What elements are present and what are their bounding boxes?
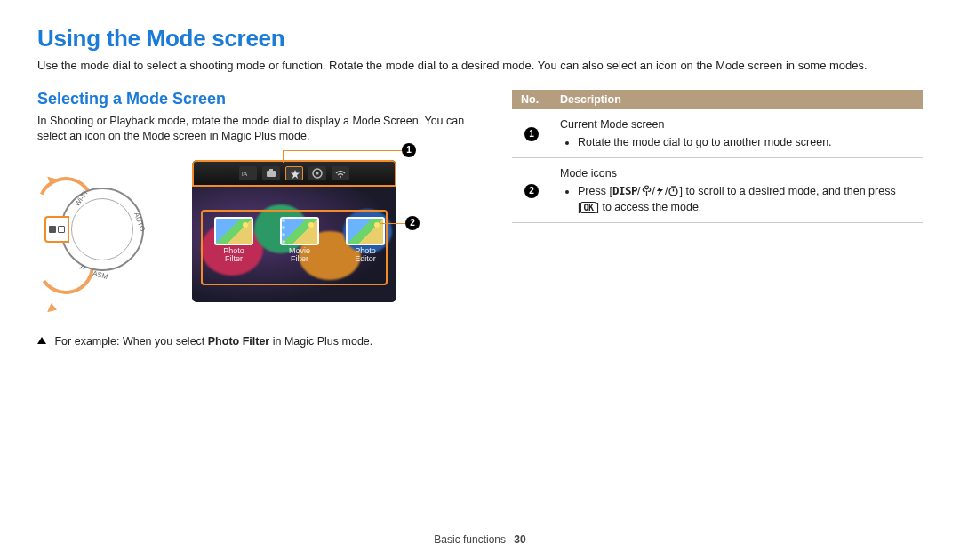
footer-page-number: 30 — [514, 533, 525, 546]
row-number-badge: 2 — [524, 184, 539, 198]
page-title: Using the Mode screen — [37, 25, 923, 52]
caption-suffix: in Magic Plus mode. — [269, 335, 372, 348]
magic-plus-mini-icon — [58, 226, 65, 233]
flash-bolt-icon — [655, 185, 665, 196]
right-column: No. Description 1 Current Mode screen Ro… — [512, 90, 923, 524]
ok-button-label: OK — [580, 202, 596, 213]
photo-editor-thumb-icon — [346, 217, 385, 245]
leader-line-icon — [380, 223, 405, 225]
leader-line-icon — [283, 150, 402, 152]
two-column-layout: Selecting a Mode Screen In Shooting or P… — [37, 90, 923, 524]
arrowhead-bottom-icon — [44, 303, 57, 316]
callout-number-2: 2 — [405, 216, 420, 230]
dial-selected-tab — [44, 216, 69, 243]
thumb-label: PhotoEditor — [341, 247, 389, 265]
svg-rect-2 — [269, 169, 273, 172]
mode-screen-figure: Wi-Fi AUTO ASM P iA — [44, 156, 418, 324]
mode-thumb-movie-filter: MovieFilter — [276, 217, 324, 265]
smart-auto-mode-icon: iA — [239, 166, 257, 180]
section-body: In Shooting or Playback mode, rotate the… — [37, 114, 473, 145]
mode-icons-row: PhotoFilter MovieFilter PhotoEditor — [201, 210, 388, 286]
macro-flower-icon — [641, 185, 652, 196]
table-row: 2 Mode icons Press [DISP///] to scroll t… — [512, 157, 923, 222]
caption-prefix: For example: When you select — [54, 335, 207, 348]
svg-text:iA: iA — [242, 171, 248, 177]
row-title: Current Mode screen — [560, 118, 664, 131]
mode-screen-body: PhotoFilter MovieFilter PhotoEditor — [192, 187, 396, 302]
mode-thumb-photo-filter: PhotoFilter — [210, 217, 258, 265]
row-bullet: Rotate the mode dial to go to another mo… — [578, 134, 914, 150]
callout-description-table: No. Description 1 Current Mode screen Ro… — [512, 90, 923, 224]
thumb-label: PhotoFilter — [210, 247, 258, 265]
svg-marker-7 — [657, 186, 663, 196]
mode-screen-topbar: iA — [192, 160, 396, 187]
camera-lcd-screenshot: iA — [192, 160, 396, 302]
camera-mode-icon — [262, 166, 280, 180]
mode-dial-illustration: Wi-Fi AUTO ASM P — [44, 182, 160, 298]
callout-number-1: 1 — [402, 143, 416, 157]
svg-point-5 — [316, 172, 319, 174]
svg-rect-1 — [267, 171, 276, 177]
topbar-spacer-right — [355, 166, 372, 180]
page-footer: Basic functions 30 — [37, 524, 923, 546]
row-title: Mode icons — [560, 167, 617, 180]
magic-plus-mode-icon — [285, 166, 303, 180]
svg-point-6 — [340, 176, 341, 178]
intro-text: Use the mode dial to select a shooting m… — [37, 58, 923, 74]
topbar-spacer — [216, 166, 234, 180]
table-head-no: No. — [512, 90, 551, 109]
table-row: 1 Current Mode screen Rotate the mode di… — [512, 109, 923, 158]
photo-filter-thumb-icon — [214, 217, 253, 245]
disp-button-label: DISP — [612, 184, 637, 197]
row-number-badge: 1 — [524, 127, 539, 141]
camera-mini-icon — [49, 226, 56, 233]
movie-filter-thumb-icon — [280, 217, 319, 245]
thumb-label: MovieFilter — [276, 247, 324, 265]
row-bullet: Press [DISP///] to scroll to a desired m… — [578, 183, 914, 215]
dial-inner-ring-icon — [71, 198, 133, 260]
svg-marker-3 — [291, 170, 300, 179]
figure-caption: For example: When you select Photo Filte… — [37, 335, 473, 348]
caption-bold: Photo Filter — [208, 335, 269, 348]
settings-mode-icon — [308, 166, 326, 180]
section-title: Selecting a Mode Screen — [37, 90, 473, 108]
wifi-mode-icon — [332, 166, 349, 180]
caption-triangle-icon — [37, 337, 46, 344]
table-head-description: Description — [551, 90, 923, 109]
self-timer-icon — [668, 185, 679, 196]
footer-section-name: Basic functions — [434, 533, 506, 546]
leader-line-icon — [283, 150, 284, 163]
left-column: Selecting a Mode Screen In Shooting or P… — [37, 90, 473, 524]
